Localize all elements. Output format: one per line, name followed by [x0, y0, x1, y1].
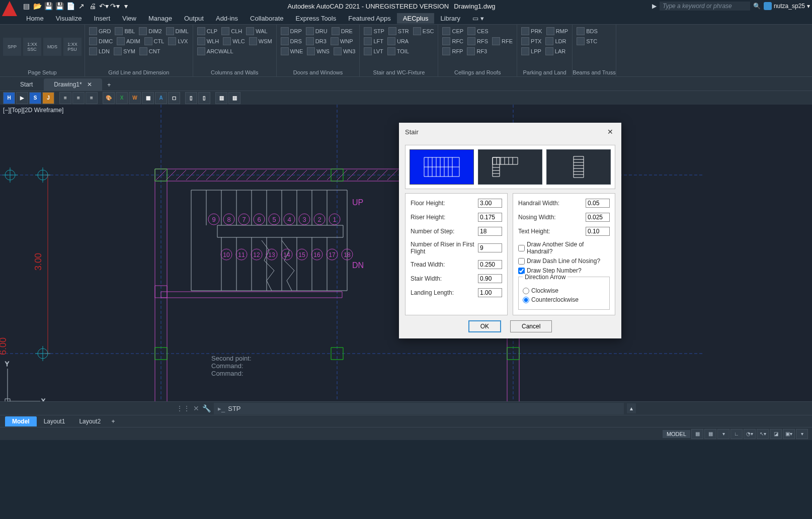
sb-cursor-icon[interactable]: ↖▾ [757, 429, 769, 439]
num-step-input[interactable] [478, 227, 502, 236]
ribbon-btn-drp[interactable]: DRP [280, 27, 303, 36]
ribbon-btn-dr3[interactable]: DR3 [305, 37, 328, 46]
ribbon-btn-grd[interactable]: GRD [88, 27, 112, 36]
menu-view[interactable]: View [116, 13, 142, 24]
stair-type-2[interactable] [478, 149, 542, 185]
ribbon-btn-clp[interactable]: CLP [196, 27, 218, 36]
app-logo[interactable] [2, 1, 17, 16]
cmd-close-icon[interactable]: ✕ [193, 404, 199, 412]
ribbon-btn-dru[interactable]: DRU [305, 27, 329, 36]
menu-manage[interactable]: Manage [142, 13, 178, 24]
ribbon-btn-wsm[interactable]: WSM [248, 37, 273, 46]
tool-a[interactable]: A [155, 92, 167, 104]
sb-circle-icon[interactable]: ◔▾ [744, 429, 756, 439]
ribbon-btn-lft[interactable]: LFT [363, 37, 384, 46]
sb-snap-icon[interactable]: ◪ [770, 429, 782, 439]
nosing-width-input[interactable] [586, 213, 610, 222]
qat-undo-icon[interactable]: ↶▾ [99, 1, 109, 11]
ribbon-btn-ces[interactable]: CES [466, 27, 490, 36]
ribbon-btn-wns[interactable]: WNS [306, 47, 331, 56]
menu-visualize[interactable]: Visualize [50, 13, 88, 24]
tool-paint[interactable]: 🎨 [103, 92, 115, 104]
ribbon-btn-bds[interactable]: BDS [576, 27, 599, 36]
radio-ccw[interactable] [523, 297, 529, 303]
ribbon-btn-ura[interactable]: URA [386, 37, 410, 46]
tool-word[interactable]: W [129, 92, 141, 104]
ribbon-btn-mds[interactable]: MDS [43, 38, 61, 56]
sb-grid2-icon[interactable]: ▦ [704, 429, 716, 439]
ribbon-btn-wlh[interactable]: WLH [196, 37, 220, 46]
qat-plot-icon[interactable]: 📄 [65, 1, 75, 11]
tool-panel1[interactable]: ▯ [185, 92, 197, 104]
menu-aecplus[interactable]: AECplus [397, 13, 435, 24]
ribbon-btn-lvx[interactable]: LVX [167, 37, 189, 46]
menu-insert[interactable]: Insert [88, 13, 116, 24]
ribbon-btn-arcwall[interactable]: ARCWALL [196, 47, 234, 56]
stair-type-3[interactable] [546, 149, 611, 185]
layout-tab-1[interactable]: Layout1 [37, 416, 72, 426]
ribbon-btn-psu[interactable]: 1:XXPSU [63, 38, 82, 56]
sb-3d-icon[interactable]: ▣▾ [783, 429, 795, 439]
chk-dash[interactable] [518, 258, 525, 265]
tab-start[interactable]: Start [10, 78, 43, 91]
close-tab-icon[interactable]: ✕ [87, 81, 92, 88]
qat-open-icon[interactable]: 📂 [32, 1, 42, 11]
tool-blank[interactable]: ◻ [168, 92, 180, 104]
tool-excel[interactable]: X [116, 92, 128, 104]
ribbon-btn-rfc[interactable]: RFC [441, 37, 464, 46]
ribbon-btn-wlc[interactable]: WLC [222, 37, 246, 46]
close-icon[interactable]: ✕ [605, 127, 615, 137]
tool-h[interactable]: H [3, 92, 15, 104]
ribbon-btn-dim2[interactable]: DIM2 [138, 27, 163, 36]
status-model[interactable]: MODEL [663, 430, 690, 438]
chk-stepnum[interactable] [518, 268, 525, 274]
ribbon-btn-wne[interactable]: WNE [280, 47, 304, 56]
menu-library[interactable]: Library [434, 13, 466, 24]
stair-width-input[interactable] [478, 274, 502, 283]
user-dropdown-icon[interactable]: ▾ [807, 3, 810, 10]
ribbon-btn-rf3[interactable]: RF3 [466, 47, 488, 56]
radio-cw[interactable] [523, 288, 529, 294]
menu-home[interactable]: Home [20, 13, 50, 24]
ribbon-btn-prk[interactable]: PRK [520, 27, 543, 36]
cmd-expand-icon[interactable]: ▴ [627, 403, 636, 413]
ribbon-btn-ctl[interactable]: CTL [143, 37, 166, 46]
qat-saveas-icon[interactable]: 💾 [54, 1, 64, 11]
ribbon-btn-spp[interactable]: SPP [3, 38, 21, 56]
ribbon-btn-adim[interactable]: ADIM [116, 37, 141, 46]
sb-grid-icon[interactable]: ▦ [691, 429, 703, 439]
ribbon-btn-stc[interactable]: STC [576, 37, 598, 46]
ribbon-btn-lvt[interactable]: LVT [363, 47, 384, 56]
ribbon-btn-rfp[interactable]: RFP [441, 47, 464, 56]
menu-collaborate[interactable]: Collaborate [244, 13, 290, 24]
cancel-button[interactable]: Cancel [510, 320, 552, 332]
qat-redo-icon[interactable]: ↷▾ [110, 1, 120, 11]
menu-output[interactable]: Output [178, 13, 210, 24]
tool-grid[interactable]: ▦ [142, 92, 154, 104]
layout-tab-2[interactable]: Layout2 [72, 416, 108, 426]
cmd-wrench-icon[interactable]: 🔧 [202, 404, 211, 412]
share-arrow-icon[interactable]: ▶ [652, 3, 657, 10]
sb-more-icon[interactable]: ▾ [796, 429, 808, 439]
tool-col2[interactable]: ▥ [228, 92, 240, 104]
command-input[interactable]: ▸_ STP [214, 403, 624, 414]
qat-save-icon[interactable]: 💾 [43, 1, 53, 11]
search-input[interactable]: Type a keyword or phrase [660, 2, 750, 11]
tread-width-input[interactable] [478, 260, 502, 269]
tool-panel2[interactable]: ▯ [198, 92, 210, 104]
sb-drop1-icon[interactable]: ▾ [717, 429, 729, 439]
tool-j[interactable]: J [42, 92, 54, 104]
username[interactable]: nutza_sp25 [774, 3, 805, 10]
tool-lines1[interactable]: ≡ [59, 92, 71, 104]
user-icon[interactable] [764, 2, 772, 10]
ribbon-btn-str[interactable]: STR [387, 27, 410, 36]
qat-share-icon[interactable]: ↗ [76, 1, 87, 11]
tab-current[interactable]: Drawing1* ✕ [44, 78, 102, 91]
qat-more-icon[interactable]: ▾ [121, 1, 131, 11]
ribbon-btn-ptx[interactable]: PTX [520, 37, 542, 46]
ribbon-btn-drs[interactable]: DRS [280, 37, 303, 46]
menu-featured-apps[interactable]: Featured Apps [342, 13, 397, 24]
qat-new-icon[interactable]: ▤ [21, 1, 31, 11]
ribbon-btn-diml[interactable]: DIML [165, 27, 190, 36]
ribbon-btn-lpp[interactable]: LPP [520, 47, 542, 56]
